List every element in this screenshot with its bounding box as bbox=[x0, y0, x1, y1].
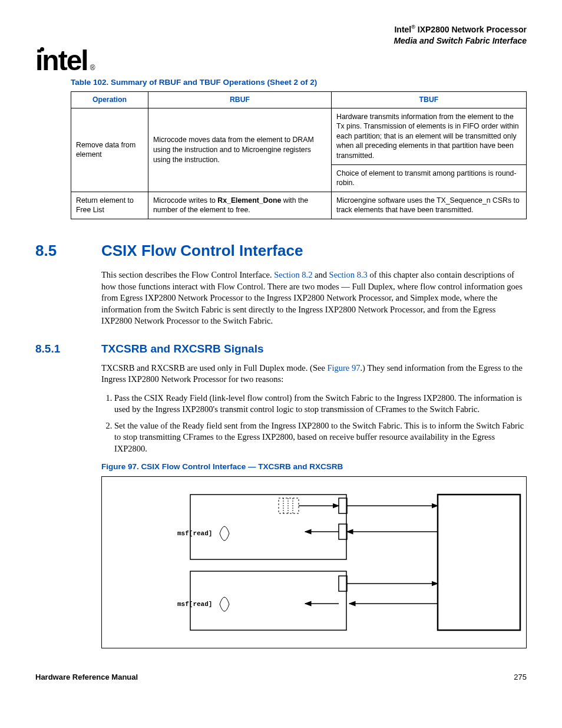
header-subtitle: Media and Switch Fabric Interface bbox=[35, 35, 527, 47]
section-body: This section describes the Flow Control … bbox=[101, 269, 527, 327]
header-product: IXP2800 Network Processor bbox=[415, 25, 527, 34]
operations-table: Operation RBUF TBUF Remove data from ele… bbox=[71, 91, 527, 219]
col-tbuf: TBUF bbox=[332, 92, 527, 108]
table-header-row: Operation RBUF TBUF bbox=[71, 92, 527, 108]
list-item: Set the value of the Ready field sent fr… bbox=[114, 420, 527, 455]
cell-op: Remove data from element bbox=[71, 108, 148, 192]
link-section-8-3[interactable]: Section 8.3 bbox=[329, 270, 368, 279]
link-section-8-2[interactable]: Section 8.2 bbox=[274, 270, 312, 279]
col-operation: Operation bbox=[71, 92, 148, 108]
footer-title: Hardware Reference Manual bbox=[35, 672, 138, 683]
list-item: Pass the CSIX Ready Field (link-level fl… bbox=[114, 393, 527, 416]
table-row: Remove data from element Microcode moves… bbox=[71, 108, 527, 192]
link-figure-97[interactable]: Figure 97 bbox=[327, 363, 360, 373]
subsection-body: TXCSRB and RXCSRB are used only in Full … bbox=[101, 363, 527, 455]
page-footer: Hardware Reference Manual 275 bbox=[35, 672, 527, 683]
heading-8-5-1: 8.5.1TXCSRB and RXCSRB Signals bbox=[35, 341, 527, 357]
fig-label-msf1: msf[read] bbox=[177, 529, 212, 538]
cell-rbuf: Microcode moves data from the element to… bbox=[148, 108, 332, 192]
heading-8-5: 8.5CSIX Flow Control Interface bbox=[35, 241, 527, 261]
svg-rect-0 bbox=[190, 495, 346, 559]
fig-label-msf2: msf[read] bbox=[177, 600, 212, 609]
page-number: 275 bbox=[514, 672, 527, 683]
figure-97: msf[read] msf[read] bbox=[101, 476, 527, 648]
cell-op: Return element to Free List bbox=[71, 192, 148, 219]
page-header: Intel® IXP2800 Network Processor Media a… bbox=[35, 24, 527, 46]
svg-rect-13 bbox=[339, 576, 347, 591]
table-caption: Table 102. Summary of RBUF and TBUF Oper… bbox=[71, 77, 527, 88]
table-row: Return element to Free List Microcode wr… bbox=[71, 192, 527, 219]
svg-rect-5 bbox=[339, 498, 347, 513]
header-brand: Intel bbox=[394, 25, 411, 34]
cell-rbuf: Microcode writes to Rx_Element_Done with… bbox=[148, 192, 332, 219]
svg-rect-12 bbox=[190, 571, 346, 630]
svg-rect-6 bbox=[339, 524, 347, 539]
intel-logo: intel® bbox=[35, 50, 94, 72]
svg-rect-1 bbox=[279, 498, 299, 513]
col-rbuf: RBUF bbox=[148, 92, 332, 108]
header-reg: ® bbox=[411, 24, 415, 30]
reasons-list: Pass the CSIX Ready Field (link-level fl… bbox=[101, 393, 527, 455]
cell-tbuf: Microengine software uses the TX_Sequenc… bbox=[332, 192, 527, 219]
figure-caption: Figure 97. CSIX Flow Control Interface —… bbox=[101, 462, 527, 472]
cell-tbuf: Hardware transmits information from the … bbox=[332, 108, 527, 192]
svg-rect-7 bbox=[438, 495, 520, 630]
diagram-svg bbox=[102, 477, 526, 648]
